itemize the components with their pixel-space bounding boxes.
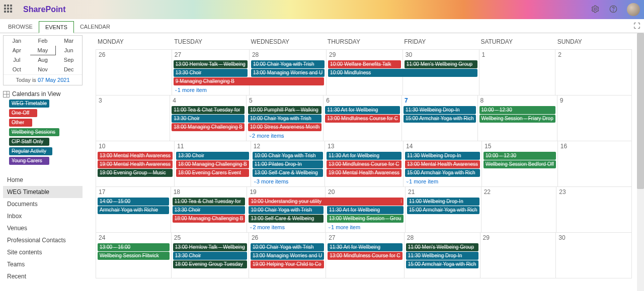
calendar-overlay-item[interactable]: CIP Staff Only [9,138,49,146]
day-cell[interactable]: 1910:00 Understanding your utility10:00 … [247,187,326,232]
calendar-event[interactable]: 11:30 Art for Wellbeing [327,206,404,214]
day-cell[interactable]: 1113:30 Choir18:00 Managing Challenging … [175,141,251,186]
calendar-event[interactable]: 11:00 Tea & Chat Tuesday for [173,198,246,206]
nav-site-contents[interactable]: Site contents [3,246,83,258]
calendar-overlay-item[interactable]: Other [9,119,32,127]
day-cell[interactable]: 2610:00 Chair Yoga with Trish13:00 Manag… [249,233,326,278]
day-cell[interactable]: 810:00 – 12:30Wellbeing Session – Friary… [478,95,557,141]
day-cell[interactable]: 2111:00 Wellbeing Drop-In15:00 Armchair … [406,187,481,232]
calendar-event[interactable]: Wellbeing Session – Friary Drop [479,115,555,123]
nav-home[interactable]: Home [3,174,83,186]
day-cell[interactable]: 26 [96,50,172,95]
day-cell[interactable]: 1411:30 Wellbeing Drop-In13:00 Mental He… [404,141,482,186]
calendar-event[interactable]: Armchair Yoga with Richie [98,206,169,214]
calendar-event[interactable]: 11:30 Art for Wellbeing [327,152,401,160]
month-dec[interactable]: Dec [56,65,82,74]
calendar-event[interactable]: 13:30 Choir [173,206,246,214]
ribbon-tab-calendar[interactable]: CALENDAR [74,21,116,33]
day-cell[interactable]: 1 [479,50,556,95]
calendar-event[interactable]: 18:00 Managing Challenging B [176,160,249,168]
day-cell[interactable]: 2413:00 – 16:00Wellbeing Session Flitwic… [96,233,172,278]
day-cell[interactable]: 2010:00 Epilepsy – What you need11:30 Ar… [326,187,406,232]
day-cell[interactable]: 1714:00 – 15:00Armchair Yoga with Richie [96,187,171,232]
calendar-event[interactable]: 18:00 Managing Challenging B [173,215,246,223]
month-aug[interactable]: Aug [30,55,56,65]
calendar-event[interactable]: 14:00 – 15:00 [98,198,169,206]
day-cell[interactable]: 1013:00 Mental Health Awareness19:00 Men… [96,141,175,186]
calendar-overlay-item[interactable]: One-Off [9,109,37,117]
calendar-event[interactable]: 13:30 Choir [172,115,245,123]
nav-weg-timetable[interactable]: WEG Timetable [3,186,83,198]
nav-professional-contacts[interactable]: Professional Contacts [3,234,83,246]
day-cell[interactable]: 2910:00 Welfare Benefits Talk10:00 Mindf… [327,50,403,95]
day-cell[interactable]: 2713:00 Hemlow Talk – Wellbeing13:30 Cho… [172,50,250,95]
calendar-event[interactable]: 15:00 Armchair Yoga with Rich [407,206,479,214]
day-cell[interactable]: 29 [480,233,556,278]
calendar-event[interactable]: 10:00 Chair Yoga with Trish [251,60,325,68]
day-cell[interactable]: 1811:00 Tea & Chat Tuesday for13:30 Choi… [171,187,248,232]
day-cell[interactable]: 2810:00 Chair Yoga with Trish13:00 Manag… [250,50,327,95]
more-items-link[interactable]: ›1 more item [327,223,404,230]
more-items-link[interactable]: ›3 more items [252,177,324,184]
day-cell[interactable]: 2 [555,50,632,95]
calendar-event[interactable]: 11:30 Wellbeing Drop-In [404,106,476,114]
calendar-event[interactable]: 13:00 Wellbeing Session – Grou [327,215,404,223]
day-cell[interactable]: 611:30 Art for Wellbeing13:00 Mindfulnes… [324,95,402,141]
day-cell[interactable]: 22 [481,187,557,232]
calendar-event[interactable]: 10:00 Chair Yoga with Trish [253,152,323,160]
nav-teams[interactable]: Teams [3,258,83,270]
day-cell[interactable]: 2711:30 Art for Wellbeing13:00 Mindfulne… [326,233,405,278]
calendar-overlay-item[interactable]: WEG Timetable [9,100,49,108]
help-icon[interactable] [609,5,618,15]
calendar-event[interactable]: 13:00 Mental Health Awareness [98,152,173,160]
calendar-event[interactable]: 13:00 – 16:00 [98,243,170,251]
month-jan[interactable]: Jan [4,36,30,46]
calendar-event[interactable]: 10:00 Chair Yoga with Trish [248,115,321,123]
calendar-event[interactable]: 19:00 Helping Your Child to Co [251,260,324,268]
day-cell[interactable]: 3 [96,95,170,141]
calendar-event[interactable]: 13:00 Mental Health Awareness [405,160,480,168]
calendar-event[interactable]: 11:00 Men's Wellbeing Group [405,60,477,68]
day-cell[interactable]: 1311:30 Art for Wellbeing13:00 Mindfulne… [325,141,404,186]
focus-content-icon[interactable] [633,22,641,31]
more-items-link[interactable]: ›2 more items [248,223,324,230]
month-may[interactable]: May [30,46,56,55]
calendar-event[interactable]: 13:00 Hemlow Talk – Wellbeing [174,60,248,68]
nav-recent[interactable]: Recent [3,270,83,282]
month-apr[interactable]: Apr [4,46,30,55]
calendar-event[interactable]: 13:00 Hemlow Talk – Wellbeing [173,243,247,251]
calendar-event[interactable]: 13:00 Managing Worries and U [251,252,324,260]
user-avatar[interactable] [627,3,640,16]
calendar-event[interactable]: 19:00 Mental Health Awareness [327,169,401,177]
calendar-event[interactable]: 13:30 Choir [176,152,249,160]
day-cell[interactable]: 1510:00 – 12:30Wellbeing Session Bedford… [482,141,558,186]
calendar-event[interactable]: 18:00 Evening Carers Event [176,169,249,177]
calendar-event[interactable]: 10:00 Chair Yoga with Trish [249,206,324,214]
calendar-event[interactable]: 15:00 Armchair Yoga with Rich [405,169,480,177]
day-cell[interactable]: 510:00 Pumphill Park – Walking10:00 Chai… [247,95,324,141]
calendar-event[interactable]: 10:00 – 12:30 [484,152,556,160]
calendar-event[interactable]: 9 Managing Challenging B [174,77,324,85]
month-sep[interactable]: Sep [56,55,82,65]
nav-documents[interactable]: Documents [3,198,83,210]
month-nov[interactable]: Nov [30,65,56,74]
scrollbar-thumb[interactable] [637,33,644,189]
calendar-event[interactable]: 13:00 Mindfulness Course for C [327,160,401,168]
calendar-event[interactable]: 10:00 Chair Yoga with Trish [251,243,324,251]
month-oct[interactable]: Oct [4,65,30,74]
calendar-overlay-item[interactable]: Wellbeing Sessions [9,128,59,136]
calendar-event[interactable]: 10:00 Stress Awareness Month [248,123,321,131]
calendar-event[interactable]: 18:00 Evening Group Tuesday [173,260,247,268]
more-items-link[interactable]: ›2 more items [248,132,322,139]
calendar-event[interactable]: 11:00 Pilates Drop-In [253,160,323,168]
calendar-event[interactable]: 13:30 Choir [174,69,248,77]
calendar-event[interactable]: 15:00 Armchair Yoga with Rich [404,115,476,123]
calendar-event[interactable]: 10:00 Understanding your utility [249,198,400,206]
calendar-event[interactable]: 11:30 Wellbeing Drop-In [405,152,480,160]
calendar-event[interactable]: 13:00 Managing Worries and U [251,69,325,77]
day-cell[interactable]: 23 [556,187,632,232]
calendar-event[interactable]: 11:00 Wellbeing Drop-In [407,198,479,206]
calendar-event[interactable]: 13:30 Choir [173,252,247,260]
calendar-event[interactable]: 10:00 Pumphill Park – Walking [248,106,321,114]
calendar-event[interactable]: 18:00 Managing Challenging B [172,123,245,131]
